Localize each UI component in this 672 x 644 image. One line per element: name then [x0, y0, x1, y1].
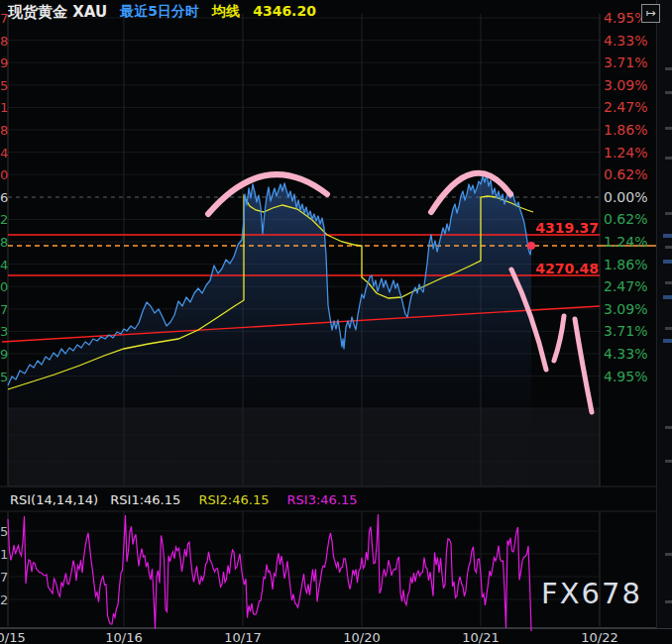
pct-label: 0.62%: [604, 167, 647, 181]
ma-value: 4346.20: [253, 3, 316, 19]
rsi-axis-digit: 7: [0, 571, 8, 584]
mini-panel-strip: [656, 0, 672, 628]
strip-mark-blue: [663, 234, 672, 238]
price-area-fill: [8, 173, 531, 486]
rsi-axis-digit: 5: [0, 525, 8, 538]
rsi3-value: RSI3:46.15: [287, 492, 358, 507]
pct-label: 1.86%: [604, 123, 647, 137]
strip-mark-blue: [663, 295, 672, 299]
pct-label: 4.33%: [604, 34, 647, 48]
strip-mark: [665, 327, 672, 330]
rsi-axis-digit: 2: [0, 593, 8, 606]
pct-label: 0.00%: [604, 190, 647, 204]
strip-mark: [665, 212, 672, 215]
left-axis-digit: 5: [0, 371, 8, 383]
strip-mark: [665, 600, 672, 603]
left-axis-digit: 4: [0, 147, 8, 160]
chart-canvas: [0, 0, 672, 644]
alert-price-label-2: 4270.48: [535, 261, 599, 276]
pct-label: 4.95%: [604, 370, 647, 383]
left-axis-digit: 6: [0, 191, 8, 204]
strip-mark: [665, 281, 672, 284]
alert-price-label-1: 4319.37: [535, 220, 599, 236]
pct-label: 3.09%: [604, 302, 647, 316]
date-label: 10/15: [0, 630, 26, 644]
left-axis-digit: 0: [0, 168, 8, 181]
left-axis-digit: 9: [0, 56, 8, 69]
left-axis-digit: 8: [0, 35, 8, 48]
left-axis-digit: 1: [0, 101, 8, 114]
left-axis-digit: 8: [0, 236, 8, 249]
date-label: 10/20: [343, 630, 380, 644]
pink-down-stroke-annotation: [575, 319, 592, 412]
expand-panel-icon[interactable]: ↦: [641, 4, 660, 23]
pct-label: 1.86%: [604, 258, 647, 271]
strip-mark: [665, 91, 672, 94]
pct-label: 0.62%: [604, 212, 647, 226]
pct-label: 1.24%: [604, 146, 647, 160]
pct-label: 3.71%: [604, 324, 647, 338]
strip-mark: [665, 426, 672, 429]
date-label: 10/21: [462, 630, 499, 644]
strip-mark-blue: [663, 260, 672, 264]
strip-mark: [665, 460, 672, 463]
pct-label: 1.24%: [604, 235, 647, 249]
strip-mark: [665, 67, 672, 70]
chart-app: 现货黄金 XAU 最近5日分时 均线 4346.20 ↦ 4.95%4.33%3…: [0, 0, 672, 644]
date-label: 10/22: [581, 630, 617, 644]
strip-mark-blue: [663, 339, 672, 343]
left-axis-digit: 5: [0, 79, 8, 92]
rsi2-value: RSI2:46.15: [198, 492, 269, 507]
rsi1-value: RSI1:46.15: [110, 492, 180, 507]
rsi-line: [8, 514, 531, 631]
pct-label: 2.47%: [604, 100, 647, 114]
left-axis-digit: 9: [0, 348, 8, 361]
pct-label: 4.33%: [604, 347, 647, 361]
current-price-dot: [527, 242, 535, 250]
ma-label: 均线: [212, 3, 240, 19]
rsi-indicator-name[interactable]: RSI(14,14,14): [10, 492, 98, 507]
timeframe-label[interactable]: 最近5日分时: [120, 3, 199, 19]
date-label: 10/17: [224, 630, 261, 644]
titlebar: 现货黄金 XAU 最近5日分时 均线 4346.20: [8, 3, 316, 21]
strip-mark: [665, 246, 672, 249]
rsi-axis-digit: 1: [0, 548, 8, 561]
rsi-header: RSI(14,14,14) RSI1:46.15 RSI2:46.15 RSI3…: [10, 492, 358, 507]
left-axis-digit: 3: [0, 325, 8, 338]
date-label: 10/16: [105, 630, 142, 644]
left-axis-digit: 4: [0, 259, 8, 271]
pct-label: 3.71%: [604, 55, 647, 69]
strip-mark: [665, 127, 672, 130]
fx678-watermark: FX678: [541, 577, 642, 610]
left-axis-digit: 7: [0, 303, 8, 316]
pct-label: 3.09%: [604, 78, 647, 92]
left-axis-digit: 2: [0, 213, 8, 226]
strip-mark: [665, 157, 672, 160]
left-axis-digit: 8: [0, 124, 8, 137]
symbol-title: 现货黄金 XAU: [8, 3, 107, 21]
pct-label: 2.47%: [604, 279, 647, 293]
left-axis-digit: 0: [0, 280, 8, 293]
strip-mark: [665, 553, 672, 556]
